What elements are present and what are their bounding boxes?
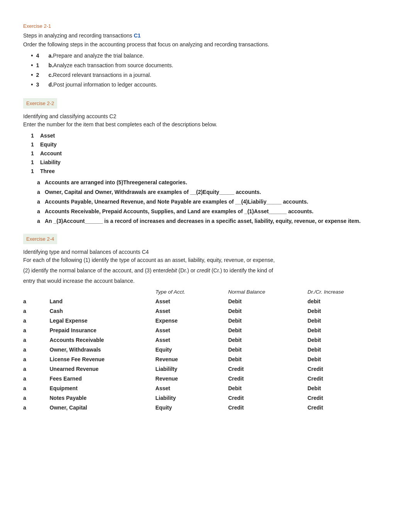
cell-type: Expense bbox=[156, 316, 228, 326]
exercise-24-desc1: For each of the following (1) identify t… bbox=[23, 256, 387, 264]
exercise-24-label: Exercise 2-4 bbox=[26, 236, 54, 242]
cell-name: Unearned Revenue bbox=[50, 364, 156, 374]
table-row: a Owner, Capital Equity Credit Credit bbox=[23, 403, 387, 413]
a-list-item: a Owner, Capital and Owner, Withdrawals … bbox=[37, 188, 387, 196]
cell-normal: Debit bbox=[228, 316, 308, 326]
cell-normal: Debit bbox=[228, 384, 308, 393]
exercise-22-code: C2 bbox=[109, 113, 116, 119]
cell-type: Asset bbox=[156, 384, 228, 393]
exercise-22-box: Exercise 2-2 bbox=[23, 98, 57, 109]
cell-type: Asset bbox=[156, 335, 228, 345]
item-num: 4 bbox=[36, 52, 49, 60]
item-num: 1 bbox=[36, 61, 49, 70]
exercise-22-title: Identifying and classifying accounts bbox=[23, 113, 108, 119]
exercise-24-desc2: (2) identify the normal balance of the a… bbox=[23, 267, 387, 275]
item-text: a.Prepare and analyze the trial balance. bbox=[49, 52, 387, 60]
col-header-name bbox=[50, 287, 156, 297]
table-row: a Unearned Revenue Liabililty Credit Cre… bbox=[23, 364, 387, 374]
exercise-24-table: Type of Acct. Normal Balance Dr./Cr. Inc… bbox=[23, 287, 387, 413]
cell-name: Land bbox=[50, 297, 156, 306]
table-row: a Legal Expense Expense Debit Debit bbox=[23, 316, 387, 326]
cell-name: License Fee Revenue bbox=[50, 355, 156, 364]
table-row: a Cash Asset Debit Debit bbox=[23, 306, 387, 316]
cell-type: Asset bbox=[156, 297, 228, 306]
cell-name: Cash bbox=[50, 306, 156, 316]
col-header-normal: Normal Balance bbox=[228, 287, 308, 297]
cell-name: Fees Earned bbox=[50, 374, 156, 384]
cell-drcr: Debit bbox=[307, 316, 387, 326]
exercise-21-list: 4 a.Prepare and analyze the trial balanc… bbox=[23, 52, 387, 89]
num-list-item: 1 Three bbox=[31, 167, 387, 175]
cell-a: a bbox=[23, 384, 50, 393]
cell-drcr: Credit bbox=[307, 374, 387, 384]
cell-normal: Debit bbox=[228, 345, 308, 355]
cell-type: Liabililty bbox=[156, 364, 228, 374]
cell-type: Equity bbox=[156, 403, 228, 413]
exercise-21-title: Steps in analyzing and recording transac… bbox=[23, 32, 132, 39]
item-text: c.Record relevant transactions in a jour… bbox=[49, 71, 387, 79]
cell-a: a bbox=[23, 393, 50, 403]
cell-type: Liability bbox=[156, 393, 228, 403]
table-row: a Equipment Asset Debit Debit bbox=[23, 384, 387, 393]
cell-name: Accounts Receivable bbox=[50, 335, 156, 345]
exercise-24-title-line: Identifying type and normal balances of … bbox=[23, 248, 387, 256]
cell-a: a bbox=[23, 374, 50, 384]
exercise-21-description: Order the following steps in the account… bbox=[23, 41, 387, 49]
cell-a: a bbox=[23, 306, 50, 316]
num-list-item: 1 Account bbox=[31, 150, 387, 158]
item-text: d.Post journal information to ledger acc… bbox=[49, 81, 387, 89]
cell-drcr: Debit bbox=[307, 326, 387, 335]
a-list-item: a Accounts Receivable, Prepaid Accounts,… bbox=[37, 207, 387, 216]
exercise-21-title-line: Steps in analyzing and recording transac… bbox=[23, 32, 387, 40]
cell-type: Revenue bbox=[156, 355, 228, 364]
cell-normal: Debit bbox=[228, 335, 308, 345]
exercise-21-code: C1 bbox=[134, 32, 141, 39]
cell-normal: Debit bbox=[228, 326, 308, 335]
cell-drcr: debit bbox=[307, 297, 387, 306]
cell-a: a bbox=[23, 326, 50, 335]
cell-drcr: Credit bbox=[307, 364, 387, 374]
cell-normal: Debit bbox=[228, 297, 308, 306]
table-row: a Owner, Withdrawals Equity Debit Debit bbox=[23, 345, 387, 355]
exercise-24-box: Exercise 2-4 bbox=[23, 234, 57, 244]
col-header-a bbox=[23, 287, 50, 297]
cell-type: Asset bbox=[156, 326, 228, 335]
cell-name: Owner, Capital bbox=[50, 403, 156, 413]
cell-drcr: Credit bbox=[307, 393, 387, 403]
exercise-22-description: Enter the number for the item that best … bbox=[23, 121, 387, 129]
cell-a: a bbox=[23, 297, 50, 306]
cell-drcr: Debit bbox=[307, 335, 387, 345]
list-item: 4 a.Prepare and analyze the trial balanc… bbox=[31, 52, 387, 60]
list-item: 2 c.Record relevant transactions in a jo… bbox=[31, 71, 387, 79]
cell-a: a bbox=[23, 403, 50, 413]
table-row: a Prepaid Insurance Asset Debit Debit bbox=[23, 326, 387, 335]
table-row: a Fees Earned Revenue Credit Credit bbox=[23, 374, 387, 384]
table-row: a Land Asset Debit debit bbox=[23, 297, 387, 306]
a-list-item: a Accounts are arranged into (5)Threegen… bbox=[37, 178, 387, 187]
list-item: 1 b.Analyze each transaction from source… bbox=[31, 61, 387, 70]
table-header-row: Type of Acct. Normal Balance Dr./Cr. Inc… bbox=[23, 287, 387, 297]
exercise-21-section: Exercise 2-1 Steps in analyzing and reco… bbox=[23, 22, 387, 89]
exercise-24-desc3: entry that would increase the account ba… bbox=[23, 277, 387, 285]
cell-name: Prepaid Insurance bbox=[50, 326, 156, 335]
exercise-22-a-list: a Accounts are arranged into (5)Threegen… bbox=[23, 178, 387, 225]
exercise-24-title: Identifying type and normal balances of … bbox=[23, 249, 141, 255]
col-header-drcr: Dr./Cr. Increase bbox=[307, 287, 387, 297]
col-header-type: Type of Acct. bbox=[156, 287, 228, 297]
item-num: 3 bbox=[36, 81, 49, 89]
item-text: b.Analyze each transaction from source d… bbox=[49, 61, 387, 70]
list-item: 3 d.Post journal information to ledger a… bbox=[31, 81, 387, 89]
exercise-22-label: Exercise 2-2 bbox=[26, 100, 54, 106]
cell-drcr: Debit bbox=[307, 384, 387, 393]
exercise-22-title-line: Identifying and classifying accounts C2 bbox=[23, 112, 387, 121]
item-num: 2 bbox=[36, 71, 49, 79]
num-list-item: 1 Equity bbox=[31, 141, 387, 149]
cell-a: a bbox=[23, 355, 50, 364]
a-list-item: a Accounts Payable, Unearned Revenue, an… bbox=[37, 198, 387, 206]
cell-a: a bbox=[23, 316, 50, 326]
cell-normal: Credit bbox=[228, 364, 308, 374]
cell-drcr: Debit bbox=[307, 355, 387, 364]
exercise-21-label: Exercise 2-1 bbox=[23, 22, 387, 30]
exercise-24-section: Exercise 2-4 Identifying type and normal… bbox=[23, 228, 387, 413]
cell-name: Legal Expense bbox=[50, 316, 156, 326]
